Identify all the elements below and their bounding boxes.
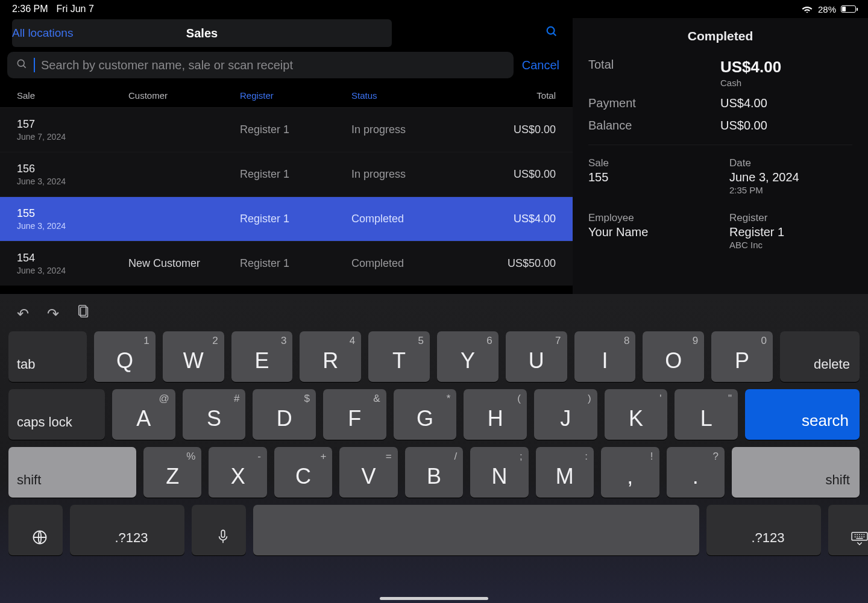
- key-hint: 1: [143, 335, 149, 347]
- key-caps-lock[interactable]: caps lock: [8, 389, 105, 440]
- key-mic[interactable]: [192, 505, 246, 555]
- balance-label: Balance: [588, 119, 720, 133]
- key-hint: 6: [486, 335, 492, 347]
- table-row[interactable]: 156June 3, 2024Register 1In progressUS$0…: [0, 152, 573, 196]
- key-tab[interactable]: tab: [8, 331, 87, 382]
- redo-icon[interactable]: ↷: [47, 305, 59, 322]
- svg-rect-7: [221, 530, 225, 537]
- key-m[interactable]: :M: [536, 447, 594, 498]
- key-n[interactable]: ;N: [470, 447, 528, 498]
- key-hint: ?: [712, 451, 718, 463]
- table-row[interactable]: 157June 7, 2024Register 1In progressUS$0…: [0, 107, 573, 152]
- key-hint: ': [659, 393, 661, 405]
- date-time: 2:35 PM: [729, 185, 852, 195]
- table-row[interactable]: 154June 3, 2024New CustomerRegister 1Com…: [0, 241, 573, 286]
- key-hint: =: [386, 451, 392, 463]
- text-caret: [34, 58, 35, 72]
- battery-icon: [841, 5, 856, 13]
- status-date: Fri Jun 7: [57, 4, 94, 14]
- table-header: Sale Customer Register Status Total: [0, 83, 573, 107]
- key-hint: !: [650, 451, 653, 463]
- svg-line-3: [24, 65, 26, 67]
- key-x[interactable]: -X: [209, 447, 266, 498]
- key-symbols-right[interactable]: .?123: [706, 505, 821, 555]
- col-header-sale: Sale: [17, 90, 128, 101]
- key-globe[interactable]: [8, 505, 63, 555]
- svg-point-2: [17, 60, 24, 66]
- key-p[interactable]: 0P: [711, 331, 773, 382]
- key-dismiss-keyboard[interactable]: [828, 505, 868, 555]
- payment-value: US$4.00: [720, 96, 852, 110]
- status-time: 2:36 PM: [12, 4, 48, 14]
- key-g[interactable]: *G: [394, 389, 457, 440]
- key-y[interactable]: 6Y: [437, 331, 498, 382]
- total-sub: Cash: [720, 78, 852, 88]
- date-label: Date: [729, 157, 852, 169]
- key-search[interactable]: search: [745, 389, 860, 440]
- row-total: US$0.00: [463, 123, 556, 136]
- row-status: Completed: [351, 257, 463, 270]
- col-header-status[interactable]: Status: [351, 90, 463, 101]
- key-r[interactable]: 4R: [300, 331, 361, 382]
- key-hint: 9: [693, 335, 698, 347]
- row-sale-id: 156: [17, 163, 128, 175]
- all-locations-link[interactable]: All locations: [12, 27, 73, 40]
- row-total: US$0.00: [463, 168, 556, 181]
- key-e[interactable]: 3E: [231, 331, 293, 382]
- table-row[interactable]: 155June 3, 2024Register 1CompletedUS$4.0…: [0, 196, 573, 241]
- key-a[interactable]: @A: [112, 389, 175, 440]
- key-u[interactable]: 7U: [506, 331, 567, 382]
- register-label: Register: [729, 212, 852, 224]
- key-symbols-left[interactable]: .?123: [70, 505, 184, 555]
- key-f[interactable]: &F: [323, 389, 386, 440]
- register-value: Register 1: [729, 225, 852, 239]
- col-header-register[interactable]: Register: [240, 90, 351, 101]
- key-b[interactable]: /B: [405, 447, 463, 498]
- key-hint: 4: [350, 335, 355, 347]
- key-delete[interactable]: delete: [780, 331, 860, 382]
- key-i[interactable]: 8I: [574, 331, 636, 382]
- key-shift-left[interactable]: shift: [8, 447, 136, 498]
- row-sale-date: June 7, 2024: [17, 132, 128, 142]
- key-q[interactable]: 1Q: [94, 331, 156, 382]
- undo-icon[interactable]: ↶: [17, 305, 29, 322]
- key-c[interactable]: +C: [274, 447, 332, 498]
- key-hint: 2: [212, 335, 218, 347]
- battery-percent: 28%: [818, 4, 836, 14]
- key-v[interactable]: =V: [339, 447, 397, 498]
- row-sale-date: June 3, 2024: [17, 266, 128, 275]
- search-input[interactable]: [41, 58, 505, 72]
- employee-label: Employee: [588, 212, 711, 224]
- cancel-button[interactable]: Cancel: [522, 58, 565, 72]
- key-hint: +: [320, 451, 326, 463]
- key-hint: $: [304, 393, 310, 405]
- row-sale-id: 155: [17, 207, 128, 220]
- key-h[interactable]: (H: [464, 389, 527, 440]
- key-d[interactable]: $D: [253, 389, 316, 440]
- key-j[interactable]: )J: [534, 389, 597, 440]
- clipboard-icon[interactable]: [77, 305, 90, 323]
- key-hint: ;: [520, 451, 523, 463]
- detail-title: Completed: [588, 18, 852, 58]
- key-w[interactable]: 2W: [163, 331, 224, 382]
- key-t[interactable]: 5T: [368, 331, 430, 382]
- key-k[interactable]: 'K: [605, 389, 668, 440]
- key-shift-right[interactable]: shift: [732, 447, 860, 498]
- key-z[interactable]: %Z: [143, 447, 201, 498]
- key-l[interactable]: "L: [675, 389, 738, 440]
- row-sale-date: June 3, 2024: [17, 221, 128, 231]
- svg-point-0: [547, 27, 555, 34]
- sale-label: Sale: [588, 157, 711, 169]
- key-punct[interactable]: !,: [601, 447, 659, 498]
- search-icon[interactable]: [545, 25, 558, 42]
- key-s[interactable]: #S: [183, 389, 246, 440]
- key-hint: -: [257, 451, 261, 463]
- key-hint: /: [454, 451, 457, 463]
- key-hint: &: [373, 393, 380, 405]
- key-hint: @: [159, 393, 169, 405]
- key-space[interactable]: [253, 505, 699, 555]
- key-o[interactable]: 9O: [643, 331, 704, 382]
- key-hint: ): [588, 393, 591, 405]
- search-field[interactable]: [7, 52, 514, 78]
- key-punct[interactable]: ?.: [667, 447, 725, 498]
